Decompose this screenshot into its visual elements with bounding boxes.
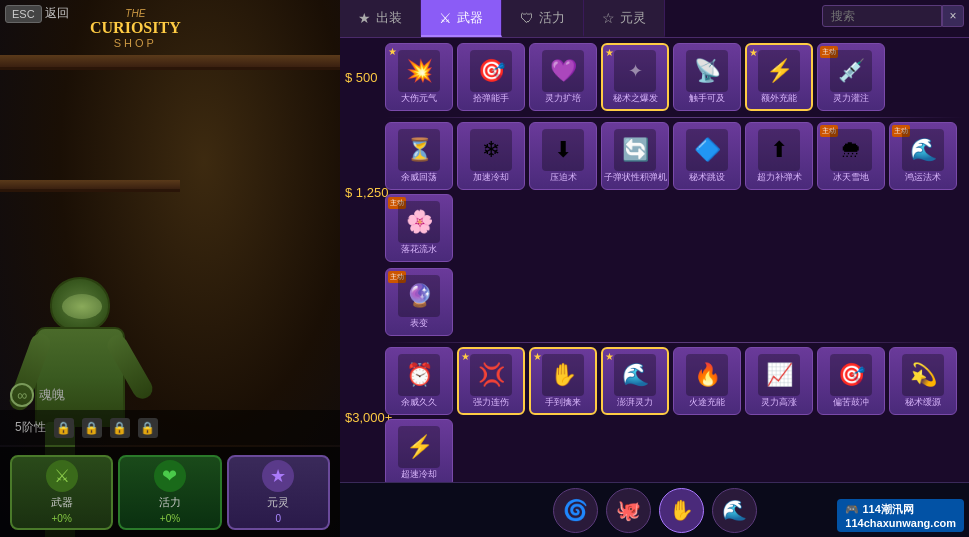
skill-icon: 🔄 [614,129,656,171]
price-tag-1250: $ 1,250 [345,185,388,200]
skill-yu-wei[interactable]: ⏳ 余威回荡 [385,122,453,190]
skill-shi-dan[interactable]: 🎯 拾弹能手 [457,43,525,111]
skill-luo-hua[interactable]: 主动 🌸 落花流水 [385,194,453,262]
skill-label: 超速冷却 [401,470,437,480]
bottom-skill-1[interactable]: 🌀 [553,488,598,533]
bottom-skill-3[interactable]: ✋ [659,488,704,533]
robot-head [50,277,110,332]
search-close-button[interactable]: × [942,5,964,27]
skill-ya-po[interactable]: ⬇ 压迫术 [529,122,597,190]
skill-label: 强力连伤 [473,398,509,408]
skills-grid-3000: ⏰ 余威久久 ★ 💢 强力连伤 ★ ✋ 手到擒来 ★ 🌊 澎湃灵力 [385,347,964,482]
skill-ling-li-guan[interactable]: 主动 💉 灵力灌注 [817,43,885,111]
tab-spirit[interactable]: ★ 元灵 0 [227,455,330,530]
vitality-bonus: +0% [160,513,180,524]
tab-vitality[interactable]: ❤ 活力 +0% [118,455,221,530]
skill-zi-dan[interactable]: 🔄 子弹状性积弹机 [601,122,669,190]
nav-tab-weapon-label: 武器 [457,9,483,27]
spirit-nav-icon: ☆ [602,10,615,26]
skill-icon: 🌊 [614,354,656,396]
nav-tab-vitality[interactable]: 🛡 活力 [502,0,584,37]
skill-pian-ku[interactable]: 🎯 偏苦鼓冲 [817,347,885,415]
tab-weapons[interactable]: ⚔ 武器 +0% [10,455,113,530]
skill-icon: ❄ [470,129,512,171]
soul-icon: ∞ [10,383,34,407]
back-button[interactable]: 返回 [45,5,69,22]
price-row-1250: $ 1,250 ⏳ 余威回荡 ❄ 加速冷却 ⬇ 压迫术 🔄 子弹状性积弹机 [385,122,964,262]
shelf-top [0,55,340,70]
esc-button[interactable]: ESC [5,5,42,23]
skill-icon: 💢 [470,354,512,396]
skill-label: 压迫术 [550,173,577,183]
skill-star: ★ [749,47,758,58]
vitality-nav-icon: 🛡 [520,10,534,26]
skill-e-wai[interactable]: ★ ⚡ 额外充能 [745,43,813,111]
row-divider-2 [385,342,964,343]
skill-huo-tu[interactable]: 🔥 火途充能 [673,347,741,415]
skills-area[interactable]: $ 500 ★ 💥 大伤元气 🎯 拾弹能手 💜 灵力扩培 ★ [340,38,969,482]
search-input[interactable] [822,5,942,27]
skill-bing-tian[interactable]: 主动 🌨 冰天雪地 [817,122,885,190]
top-nav: ★ 出装 ⚔ 武器 🛡 活力 ☆ 元灵 × [340,0,969,38]
skill-icon: ⏳ [398,129,440,171]
skill-label: 触手可及 [689,94,725,104]
vitality-label: 活力 [159,495,181,510]
attr-label: 5阶性 [15,419,46,436]
weapons-icon: ⚔ [46,460,78,492]
logo-shop: SHOP [90,37,181,49]
skills-grid-1250: ⏳ 余威回荡 ❄ 加速冷却 ⬇ 压迫术 🔄 子弹状性积弹机 🔷 秘术跳设 [385,122,964,262]
skill-shou-dao[interactable]: ★ ✋ 手到擒来 [529,347,597,415]
skill-mi-shu-bao[interactable]: ★ ✦ 秘术之爆发 [601,43,669,111]
skill-star: ★ [605,47,614,58]
skill-mi-shu-tiao[interactable]: 🔷 秘术跳设 [673,122,741,190]
watermark: 🎮 114潮汛网114chaxunwang.com [837,499,964,532]
skill-label: 澎湃灵力 [617,398,653,408]
skill-chao-li[interactable]: ⬆ 超力补弹术 [745,122,813,190]
nav-tab-equip[interactable]: ★ 出装 [340,0,421,37]
skill-icon: 🌸 [398,201,440,243]
bottom-skill-4[interactable]: 🌊 [712,488,757,533]
skill-jia-su[interactable]: ❄ 加速冷却 [457,122,525,190]
logo-the: THE [90,8,181,19]
skill-chu-shou[interactable]: 📡 触手可及 [673,43,741,111]
skill-label: 秘术跳设 [689,173,725,183]
spirit-icon: ★ [262,460,294,492]
skill-icon: ⬇ [542,129,584,171]
price-row-1250-2: 主动 🔮 表变 [385,268,964,336]
skill-icon: 🌨 [830,129,872,171]
skill-icon: 🎯 [830,354,872,396]
skill-icon: 🔥 [686,354,728,396]
skill-label: 超力补弹术 [757,173,802,183]
skill-label: 余威久久 [401,398,437,408]
skill-da-shang[interactable]: ★ 💥 大伤元气 [385,43,453,111]
nav-tab-weapon[interactable]: ⚔ 武器 [421,0,502,37]
skill-qiang-li[interactable]: ★ 💢 强力连伤 [457,347,525,415]
skill-biao-bian[interactable]: 主动 🔮 表变 [385,268,453,336]
skill-label: 落花流水 [401,245,437,255]
skill-star: ★ [461,351,470,362]
skill-yu-wei-jiu[interactable]: ⏰ 余威久久 [385,347,453,415]
shelf-mid [0,180,180,192]
shop-logo: THE CURIOSITY SHOP [90,8,181,49]
skill-mi-shu-huan[interactable]: 💫 秘术缓源 [889,347,957,415]
soul-label: 魂魄 [39,386,65,404]
attr-lock-1: 🔒 [54,418,74,438]
skill-ling-li-kuo[interactable]: 💜 灵力扩培 [529,43,597,111]
skill-peng-pai[interactable]: ★ 🌊 澎湃灵力 [601,347,669,415]
skill-label: 余威回荡 [401,173,437,183]
nav-tab-spirit[interactable]: ☆ 元灵 [584,0,665,37]
attr-section: 5阶性 🔒 🔒 🔒 🔒 [0,410,340,445]
price-row-500: $ 500 ★ 💥 大伤元气 🎯 拾弹能手 💜 灵力扩培 ★ [385,43,964,111]
skill-label: 拾弹能手 [473,94,509,104]
row-divider-1 [385,117,964,118]
skill-icon: 📈 [758,354,800,396]
skill-star: ★ [605,351,614,362]
spirit-label: 元灵 [267,495,289,510]
skills-grid-biao-bian: 主动 🔮 表变 [385,268,453,336]
skill-icon: ✋ [542,354,584,396]
bottom-skill-2[interactable]: 🐙 [606,488,651,533]
skill-ling-li-gao[interactable]: 📈 灵力高涨 [745,347,813,415]
right-panel: ★ 出装 ⚔ 武器 🛡 活力 ☆ 元灵 × $ 500 [340,0,969,537]
skill-hong-yun[interactable]: 主动 🌊 鸿运法术 [889,122,957,190]
skill-chao-su[interactable]: ⚡ 超速冷却 [385,419,453,482]
